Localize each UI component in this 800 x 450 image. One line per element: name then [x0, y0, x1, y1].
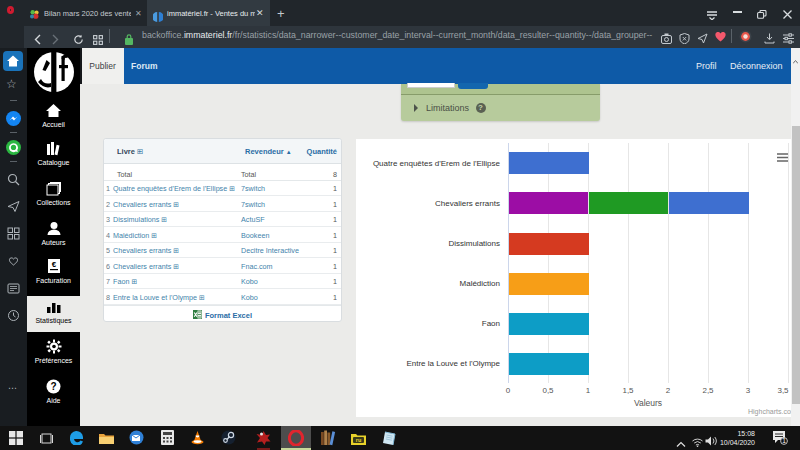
svg-text:?: ? [50, 381, 56, 392]
svg-text:1: 1 [782, 437, 786, 444]
svg-text:€: € [51, 260, 56, 269]
svg-text:ru: ru [356, 437, 362, 443]
